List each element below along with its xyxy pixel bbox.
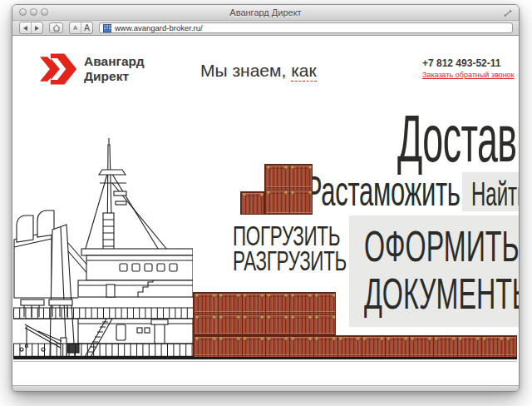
hero-word-docs-line2: ДОКУМЕНТЫ bbox=[364, 270, 460, 318]
tagline: Мы знаем, как bbox=[200, 61, 317, 81]
font-larger-button[interactable]: A bbox=[81, 22, 92, 33]
container-stack-small-single bbox=[240, 191, 264, 215]
address-bar[interactable] bbox=[99, 22, 513, 33]
hero-word-deliver[interactable]: Доставить bbox=[397, 106, 519, 172]
page-content: Авангард Директ Мы знаем, как +7 812 493… bbox=[12, 36, 519, 385]
resize-icon[interactable] bbox=[503, 8, 513, 18]
hero-word-find[interactable]: Найти bbox=[471, 177, 519, 210]
deck-line-shadow bbox=[13, 361, 517, 362]
brand-name: Авангард Директ bbox=[84, 52, 145, 86]
forward-button[interactable] bbox=[31, 22, 42, 33]
ship-illustration bbox=[13, 138, 193, 357]
home-button[interactable] bbox=[49, 22, 63, 33]
container-wall-bottom-row bbox=[193, 335, 517, 358]
hero-docs-box[interactable]: ОФОРМИТЬ ДОКУМЕНТЫ bbox=[349, 215, 519, 327]
hero-load-block: ПОГРУЗИТЬ РАЗГРУЗИТЬ bbox=[233, 223, 347, 273]
site-favicon bbox=[103, 24, 111, 32]
title-bar[interactable]: Авангард Директ bbox=[12, 5, 519, 21]
font-smaller-label: A bbox=[73, 25, 77, 31]
font-size-buttons: A A bbox=[69, 22, 93, 34]
tagline-text: Мы знаем, bbox=[200, 61, 291, 80]
tagline-link[interactable]: как bbox=[291, 61, 317, 82]
font-smaller-button[interactable]: A bbox=[70, 22, 81, 33]
phone-number: +7 812 493-52-11 bbox=[422, 57, 500, 69]
container-stack-small-double bbox=[264, 164, 313, 215]
container-wall-upper bbox=[193, 292, 336, 335]
deck-line bbox=[13, 357, 517, 359]
logo-chevron-icon bbox=[40, 52, 78, 86]
browser-window: Авангард Директ A A bbox=[12, 4, 520, 392]
back-button[interactable] bbox=[20, 22, 31, 33]
brand-logo[interactable]: Авангард Директ bbox=[40, 52, 145, 86]
nav-buttons bbox=[19, 22, 43, 34]
window-bottom-frame bbox=[12, 385, 519, 392]
brand-name-line1: Авангард bbox=[84, 54, 145, 69]
window-title: Авангард Директ bbox=[12, 7, 519, 17]
browser-toolbar: A A bbox=[12, 21, 519, 36]
hero-word-unload[interactable]: РАЗГРУЗИТЬ bbox=[233, 248, 347, 273]
back-icon bbox=[23, 26, 27, 31]
hero-word-customs[interactable]: Растаможить bbox=[305, 171, 461, 212]
hero-word-find-box[interactable]: Найти bbox=[462, 172, 519, 211]
forward-icon bbox=[35, 26, 39, 31]
url-input[interactable] bbox=[115, 23, 509, 32]
callback-link[interactable]: Заказать обратный звонок bbox=[422, 71, 515, 79]
font-larger-label: A bbox=[84, 24, 90, 32]
hero-word-docs-line1: ОФОРМИТЬ bbox=[364, 223, 460, 270]
brand-name-line2: Директ bbox=[84, 69, 145, 84]
home-icon bbox=[52, 24, 61, 32]
